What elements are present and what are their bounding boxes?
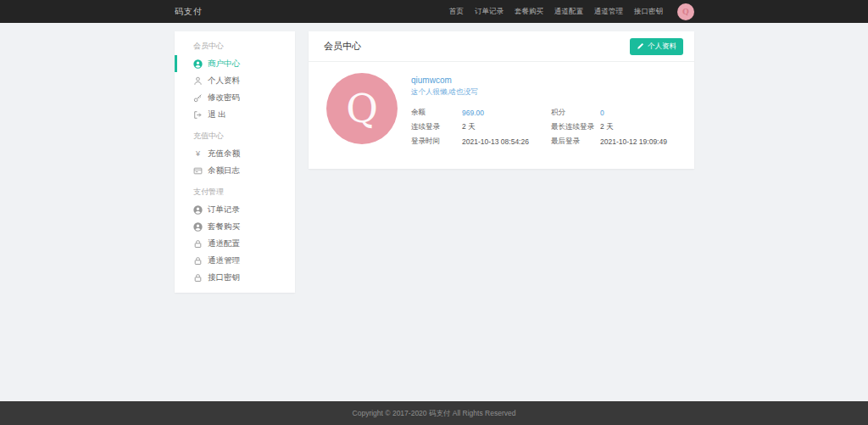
stat-value-points: 0 bbox=[600, 109, 677, 117]
sidebar-item-label: 个人资料 bbox=[208, 75, 240, 87]
sidebar-item-order-records[interactable]: 订单记录 bbox=[175, 201, 295, 218]
sidebar-item-label: 退 出 bbox=[208, 109, 226, 120]
edit-profile-button-label: 个人资料 bbox=[648, 42, 676, 52]
card-header: 会员中心 个人资料 bbox=[309, 31, 694, 62]
sidebar-section-title: 充值中心 bbox=[175, 126, 295, 145]
pencil-icon bbox=[637, 42, 644, 50]
edit-profile-button[interactable]: 个人资料 bbox=[630, 38, 683, 55]
stat-label-longest-streak: 最长连续登录 bbox=[551, 122, 600, 132]
sidebar-item-channel-manage[interactable]: 通道管理 bbox=[175, 252, 295, 269]
sidebar-item-label: 套餐购买 bbox=[208, 221, 240, 232]
sidebar-section-title: 支付管理 bbox=[175, 182, 295, 201]
profile-info: qiumwcom 这个人很懒,啥也没写 余额 969.00 积分 0 连续登录 … bbox=[411, 73, 677, 148]
nav-item-channel-config[interactable]: 通道配置 bbox=[554, 7, 583, 17]
stat-label-login-streak: 连续登录 bbox=[411, 122, 462, 132]
stat-row: 登录时间 2021-10-13 08:54:26 最后登录 2021-10-12… bbox=[411, 134, 677, 148]
sidebar-item-channel-config[interactable]: 通道配置 bbox=[175, 235, 295, 252]
user-circle-icon bbox=[193, 222, 203, 232]
nav-item-channel-manage[interactable]: 通道管理 bbox=[594, 7, 623, 17]
nav-item-api-key[interactable]: 接口密钥 bbox=[634, 7, 663, 17]
sidebar-item-logout[interactable]: 退 出 bbox=[175, 106, 295, 123]
sidebar-item-label: 接口密钥 bbox=[208, 272, 240, 283]
nav-item-order-records[interactable]: 订单记录 bbox=[475, 7, 504, 17]
stat-value-longest-streak: 2 天 bbox=[600, 122, 677, 132]
profile-section: Q qiumwcom 这个人很懒,啥也没写 余额 969.00 积分 0 连续登… bbox=[309, 62, 694, 148]
stat-row: 余额 969.00 积分 0 bbox=[411, 105, 677, 120]
yen-icon: ¥ bbox=[193, 149, 203, 158]
stat-value-login-time: 2021-10-13 08:54:26 bbox=[462, 137, 551, 146]
sidebar-item-profile[interactable]: 个人资料 bbox=[175, 72, 295, 89]
topbar: 码支付 首页 订单记录 套餐购买 通道配置 通道管理 接口密钥 Q bbox=[0, 0, 868, 23]
nav-item-package-buy[interactable]: 套餐购买 bbox=[515, 7, 543, 17]
stat-row: 连续登录 2 天 最长连续登录 2 天 bbox=[411, 120, 677, 134]
sidebar-item-api-key[interactable]: 接口密钥 bbox=[175, 269, 295, 286]
sidebar-section-member-center: 会员中心 商户中心 个人资料 修改密码 退 出 bbox=[175, 36, 295, 123]
user-icon bbox=[193, 76, 203, 86]
username: qiumwcom bbox=[411, 75, 677, 85]
key-icon bbox=[193, 93, 203, 103]
sidebar-section-recharge-center: 充值中心 ¥ 充值余额 余额日志 bbox=[175, 126, 295, 179]
nav-item-home[interactable]: 首页 bbox=[449, 7, 464, 17]
footer: Copyright © 2017-2020 码支付 All Rights Res… bbox=[0, 401, 868, 425]
logout-icon bbox=[193, 110, 203, 120]
sidebar-item-change-password[interactable]: 修改密码 bbox=[175, 89, 295, 106]
lock-icon bbox=[193, 273, 203, 282]
sidebar-item-merchant-center[interactable]: 商户中心 bbox=[175, 55, 295, 72]
user-circle-icon bbox=[193, 59, 203, 69]
brand-logo[interactable]: 码支付 bbox=[175, 6, 203, 18]
page-title: 会员中心 bbox=[324, 40, 361, 53]
sidebar-item-label: 订单记录 bbox=[208, 204, 240, 215]
user-circle-icon bbox=[193, 205, 203, 215]
profile-avatar: Q bbox=[326, 73, 398, 144]
lock-icon bbox=[193, 239, 203, 249]
stat-label-login-time: 登录时间 bbox=[411, 137, 462, 147]
sidebar-item-balance-log[interactable]: 余额日志 bbox=[175, 162, 295, 179]
sidebar-item-label: 余额日志 bbox=[208, 165, 240, 176]
user-avatar[interactable]: Q bbox=[677, 3, 694, 20]
top-navigation: 首页 订单记录 套餐购买 通道配置 通道管理 接口密钥 Q bbox=[449, 3, 694, 20]
sidebar-item-recharge-balance[interactable]: ¥ 充值余额 bbox=[175, 145, 295, 162]
stat-value-balance: 969.00 bbox=[462, 109, 551, 117]
stat-label-points: 积分 bbox=[551, 108, 600, 118]
sidebar-item-label: 通道管理 bbox=[208, 255, 240, 266]
sidebar-item-label: 修改密码 bbox=[208, 92, 240, 103]
copyright-text: Copyright © 2017-2020 码支付 All Rights Res… bbox=[353, 409, 516, 417]
sidebar-item-label: 充值余额 bbox=[208, 148, 240, 159]
sidebar-item-label: 商户中心 bbox=[208, 59, 240, 70]
sidebar: 会员中心 商户中心 个人资料 修改密码 退 出 充值中心 bbox=[175, 31, 295, 293]
sidebar-item-package-buy[interactable]: 套餐购买 bbox=[175, 218, 295, 235]
lock-icon bbox=[193, 256, 203, 266]
stat-label-last-login: 最后登录 bbox=[551, 137, 600, 147]
sidebar-section-title: 会员中心 bbox=[175, 36, 295, 55]
stat-value-login-streak: 2 天 bbox=[462, 122, 551, 132]
stat-label-balance: 余额 bbox=[411, 108, 462, 118]
sidebar-section-payment-manage: 支付管理 订单记录 套餐购买 通道配置 通道管理 bbox=[175, 182, 295, 286]
sidebar-item-label: 通道配置 bbox=[208, 238, 240, 249]
member-center-card: 会员中心 个人资料 Q qiumwcom 这个人很懒,啥也没写 余额 969.0… bbox=[309, 31, 694, 169]
user-bio: 这个人很懒,啥也没写 bbox=[411, 87, 677, 98]
card-icon bbox=[193, 166, 203, 176]
stat-value-last-login: 2021-10-12 19:09:49 bbox=[600, 137, 677, 146]
